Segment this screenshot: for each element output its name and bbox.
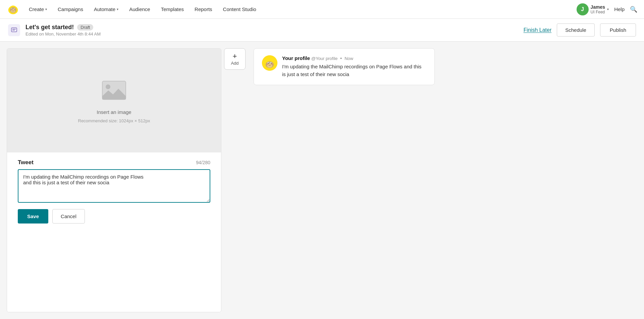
header-actions: Finish Later Schedule Publish	[524, 23, 636, 37]
nav-reports[interactable]: Reports	[190, 4, 217, 15]
header-subtitle: Edited on Mon, November 4th 8:44 AM	[25, 31, 101, 37]
header-title-group: Let's get started! Draft Edited on Mon, …	[25, 24, 101, 37]
automate-chevron-icon: ▾	[117, 7, 118, 11]
svg-point-15	[106, 84, 110, 89]
save-button[interactable]: Save	[18, 209, 48, 224]
svg-point-24	[266, 63, 269, 65]
preview-body: I'm updating the MailChimp recordings on…	[282, 63, 426, 78]
header-bar: Let's get started! Draft Edited on Mon, …	[0, 19, 644, 42]
tweet-count: 94/280	[196, 160, 210, 165]
nav-templates[interactable]: Templates	[156, 4, 189, 15]
nav-create[interactable]: Create ▾	[24, 4, 52, 15]
insert-image-label: Insert an image	[97, 109, 131, 115]
svg-point-22	[268, 63, 269, 63]
nav-automate[interactable]: Automate ▾	[89, 4, 123, 15]
preview-profile: Your profile @Your profile • Now I'm upd…	[262, 55, 426, 78]
image-rec-size: Recommended size: 1024px × 512px	[78, 118, 150, 123]
main-nav: Create ▾ Campaigns Automate ▾ Audience T…	[0, 0, 644, 19]
svg-point-10	[14, 9, 16, 10]
main-content: Insert an image Recommended size: 1024px…	[0, 42, 644, 319]
preview-time: Now	[344, 56, 353, 61]
nav-user-sub: UI Feed	[591, 10, 605, 14]
search-icon[interactable]: 🔍	[630, 6, 637, 13]
image-upload-area[interactable]: Insert an image Recommended size: 1024px…	[7, 49, 221, 152]
svg-point-9	[10, 9, 12, 10]
preview-profile-name: Your profile	[282, 55, 310, 61]
user-chevron-icon: ▾	[607, 7, 609, 11]
preview-dot: •	[340, 56, 342, 61]
create-chevron-icon: ▾	[45, 7, 47, 11]
editor-panel: Insert an image Recommended size: 1024px…	[7, 48, 221, 312]
cancel-button[interactable]: Cancel	[52, 209, 85, 224]
nav-user-name: James	[591, 4, 605, 10]
preview-avatar	[262, 55, 277, 71]
svg-point-25	[271, 63, 273, 65]
tweet-textarea[interactable]	[18, 169, 210, 203]
draft-badge: Draft	[77, 24, 93, 30]
nav-help[interactable]: Help	[614, 6, 625, 12]
add-button[interactable]: + Add	[224, 48, 246, 70]
add-column: + Add	[221, 42, 248, 319]
nav-audience[interactable]: Audience	[124, 4, 155, 15]
nav-campaigns[interactable]: Campaigns	[53, 4, 88, 15]
avatar: J	[577, 3, 589, 15]
image-placeholder-icon	[99, 78, 129, 105]
svg-rect-11	[11, 28, 17, 32]
page-title: Let's get started! Draft	[25, 24, 101, 31]
tweet-header: Tweet 94/280	[18, 159, 210, 166]
finish-later-button[interactable]: Finish Later	[524, 27, 552, 33]
preview-handle: @Your profile	[311, 56, 337, 61]
nav-user[interactable]: J James UI Feed ▾	[577, 3, 609, 15]
tweet-actions: Save Cancel	[18, 209, 210, 224]
tweet-section: Tweet 94/280 Save Cancel	[7, 152, 221, 232]
preview-text-area: Your profile @Your profile • Now I'm upd…	[282, 55, 426, 78]
nav-content-studio[interactable]: Content Studio	[218, 4, 261, 15]
publish-button[interactable]: Publish	[600, 23, 636, 37]
campaign-icon	[8, 24, 20, 36]
nav-right-area: J James UI Feed ▾ Help 🔍	[577, 3, 637, 15]
tweet-label: Tweet	[18, 159, 34, 166]
preview-panel: Your profile @Your profile • Now I'm upd…	[248, 42, 644, 319]
mailchimp-logo[interactable]	[7, 3, 19, 16]
add-label: Add	[231, 61, 238, 66]
schedule-button[interactable]: Schedule	[557, 23, 595, 37]
preview-card: Your profile @Your profile • Now I'm upd…	[254, 48, 435, 85]
plus-icon: +	[233, 53, 237, 60]
